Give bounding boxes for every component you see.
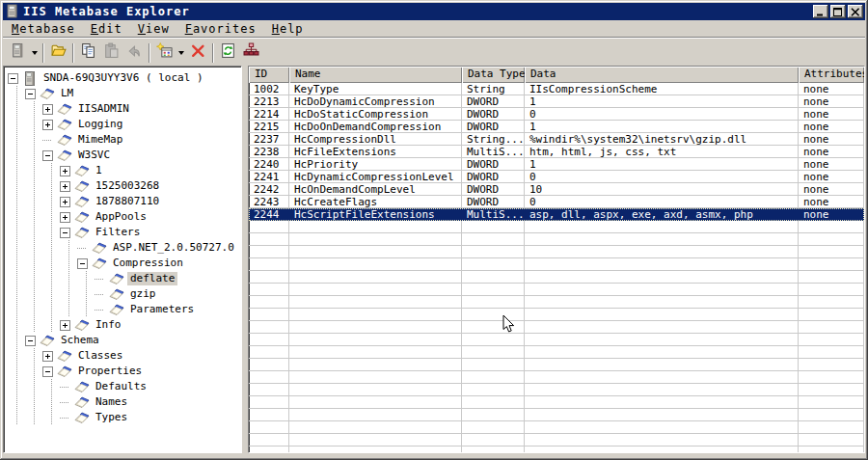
tree-item-deflate[interactable]: deflate xyxy=(4,271,241,286)
maximize-button[interactable] xyxy=(830,5,846,18)
tree-item-label[interactable]: AppPools xyxy=(93,210,149,224)
tree-item-label[interactable]: 1878807110 xyxy=(93,195,162,208)
table-row-2243[interactable]: 2243HcCreateFlagsDWORD0none xyxy=(249,196,864,208)
tree-item-label[interactable]: Compression xyxy=(110,257,186,270)
tree-item-label[interactable]: 1 xyxy=(93,164,105,177)
tree-item-label[interactable]: W3SVC xyxy=(75,149,113,162)
tree-item-label[interactable]: Logging xyxy=(75,118,125,131)
expand-toggle-expanded[interactable] xyxy=(42,366,53,377)
empty-grid-row xyxy=(249,434,864,446)
column-header-name[interactable]: Name xyxy=(289,67,462,83)
expand-toggle-expanded[interactable] xyxy=(60,228,70,238)
connect-server-button-dropdown-arrow[interactable] xyxy=(29,41,40,64)
tree-view-button[interactable] xyxy=(239,41,262,64)
table-row-2237[interactable]: 2237HcCompressionDllString...%windir%\sy… xyxy=(249,133,864,146)
tree-item-defaults[interactable]: Defaults xyxy=(4,379,241,394)
tree-item-w3svc[interactable]: W3SVC xyxy=(4,148,241,163)
tree-item-label[interactable]: IISADMIN xyxy=(75,102,132,116)
table-row-2238[interactable]: 2238HcFileExtensionsMultiS...htm, html, … xyxy=(249,146,864,158)
table-row-2244[interactable]: 2244HcScriptFileExtensionsMultiS...asp, … xyxy=(249,208,864,221)
tree-item-label[interactable]: Parameters xyxy=(127,303,197,316)
tree-item-label[interactable]: Classes xyxy=(75,349,125,363)
tree-item-names[interactable]: Names xyxy=(4,394,241,410)
tree-item-label[interactable]: ASP.NET_2.0.50727.0 xyxy=(110,241,237,255)
table-row-2215[interactable]: 2215HcDoOnDemandCompressionDWORD1none xyxy=(249,121,864,133)
tree-item-1525003268[interactable]: 1525003268 xyxy=(4,178,241,194)
tree-guide-line xyxy=(8,132,25,148)
table-row-2242[interactable]: 2242HcOnDemandCompLevelDWORD10none xyxy=(249,183,864,196)
key-icon xyxy=(109,303,124,316)
menu-item-view[interactable]: View xyxy=(130,20,177,38)
expand-toggle-expanded[interactable] xyxy=(77,258,88,269)
delete-button[interactable] xyxy=(186,41,209,64)
tree-item-apppools[interactable]: AppPools xyxy=(4,209,241,225)
expand-toggle-expanded[interactable] xyxy=(25,336,36,346)
menu-item-help[interactable]: Help xyxy=(264,20,312,38)
expand-toggle-collapsed[interactable] xyxy=(60,181,70,192)
expand-toggle-collapsed[interactable] xyxy=(60,320,70,331)
tree-item-label[interactable]: 1525003268 xyxy=(93,179,162,193)
menu-item-favorites[interactable]: Favorites xyxy=(177,20,264,38)
tree-item-label[interactable]: Defaults xyxy=(93,380,149,393)
table-row-1002[interactable]: 1002KeyTypeStringIIsCompressionSchemenon… xyxy=(249,83,864,95)
expand-toggle-collapsed[interactable] xyxy=(42,120,53,130)
tree-item-gzip[interactable]: gzip xyxy=(4,286,241,302)
tree-item-compression[interactable]: Compression xyxy=(4,256,241,271)
tree-item-asp-net-2-0-50727-0[interactable]: ASP.NET_2.0.50727.0 xyxy=(4,240,241,256)
refresh-button[interactable] xyxy=(216,41,239,64)
close-button[interactable] xyxy=(848,5,863,18)
tree-item-properties[interactable]: Properties xyxy=(4,364,241,379)
expand-toggle-collapsed[interactable] xyxy=(42,104,53,115)
table-row-2241[interactable]: 2241HcDynamicCompressionLevelDWORD0none xyxy=(249,171,864,183)
column-header-id[interactable]: ID xyxy=(249,67,289,83)
column-header-data[interactable]: Data xyxy=(525,67,799,83)
expand-toggle-collapsed[interactable] xyxy=(60,166,70,176)
tree-item-1[interactable]: 1 xyxy=(4,163,241,178)
menu-item-edit[interactable]: Edit xyxy=(83,20,130,38)
tree-item-label[interactable]: Names xyxy=(93,395,130,409)
expand-toggle-expanded[interactable] xyxy=(8,73,18,84)
tree-item-lm[interactable]: LM xyxy=(4,86,241,101)
cell-data: 10 xyxy=(525,183,799,196)
tree-item-1878807110[interactable]: 1878807110 xyxy=(4,194,241,209)
tree-item-schema[interactable]: Schema xyxy=(4,333,241,348)
expand-toggle-expanded[interactable] xyxy=(42,150,53,161)
connect-server-button[interactable] xyxy=(6,41,29,64)
tree-item-logging[interactable]: Logging xyxy=(4,117,241,132)
table-row-2240[interactable]: 2240HcPriorityDWORD1none xyxy=(249,158,864,171)
new-key-button[interactable] xyxy=(152,41,176,64)
tree-item-info[interactable]: Info xyxy=(4,317,241,333)
tree-item-filters[interactable]: Filters xyxy=(4,225,241,240)
tree-item-label[interactable]: Schema xyxy=(58,334,102,347)
tree-item-snda-69q3uyy3v6-local-[interactable]: SNDA-69Q3UYY3V6 ( local ) xyxy=(4,70,241,86)
expand-toggle-collapsed[interactable] xyxy=(60,197,70,207)
tree-item-iisadmin[interactable]: IISADMIN xyxy=(4,101,241,117)
tree-item-label[interactable]: gzip xyxy=(127,287,159,301)
empty-grid-row xyxy=(249,409,864,421)
tree-item-label[interactable]: Filters xyxy=(93,226,143,239)
copy-button[interactable] xyxy=(76,41,99,64)
tree-item-parameters[interactable]: Parameters xyxy=(4,302,241,317)
tree-item-mimemap[interactable]: MimeMap xyxy=(4,132,241,148)
table-row-2214[interactable]: 2214HcDoStaticCompressionDWORD0none xyxy=(249,108,864,121)
new-key-button-dropdown-arrow[interactable] xyxy=(176,41,186,64)
tree-item-label[interactable]: Info xyxy=(93,318,124,332)
expand-toggle-collapsed[interactable] xyxy=(42,351,53,362)
expand-toggle-collapsed[interactable] xyxy=(60,212,70,223)
tree-item-label[interactable]: SNDA-69Q3UYY3V6 ( local ) xyxy=(41,71,206,85)
tree-guide-line xyxy=(25,379,42,394)
tree-item-label[interactable]: MimeMap xyxy=(75,133,125,147)
minimize-button[interactable] xyxy=(813,5,828,18)
expand-toggle-expanded[interactable] xyxy=(25,89,36,99)
tree-item-classes[interactable]: Classes xyxy=(4,348,241,364)
tree-item-label[interactable]: Types xyxy=(93,411,130,424)
tree-item-label[interactable]: LM xyxy=(58,87,76,100)
tree-item-label[interactable]: deflate xyxy=(127,272,177,285)
open-button[interactable] xyxy=(46,41,69,64)
tree-item-types[interactable]: Types xyxy=(4,410,241,425)
column-header-data-type[interactable]: Data Type xyxy=(462,67,525,83)
tree-item-label[interactable]: Properties xyxy=(75,365,145,378)
menu-item-metabase[interactable]: Metabase xyxy=(4,20,83,38)
column-header-attributes[interactable]: Attributes xyxy=(799,67,864,83)
table-row-2213[interactable]: 2213HcDoDynamicCompressionDWORD1none xyxy=(249,95,864,108)
